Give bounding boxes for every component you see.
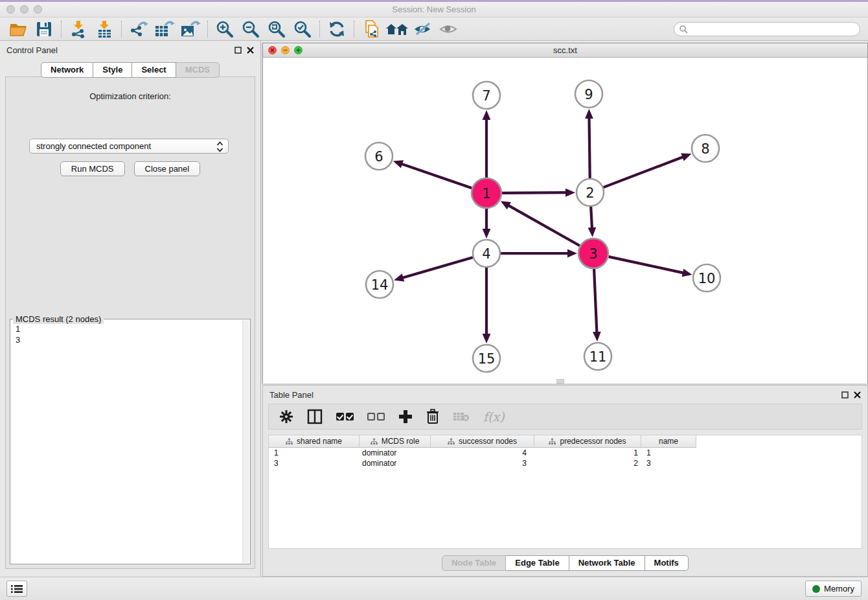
network-maximize-button[interactable]	[294, 46, 303, 54]
graph-node-label: 15	[478, 351, 496, 367]
close-panel-icon[interactable]	[854, 391, 861, 398]
graph-edge-2-9[interactable]	[589, 117, 589, 178]
hide-selected-button[interactable]	[410, 19, 436, 40]
table-row[interactable]: 3 dominator 3 2 3	[269, 458, 862, 468]
delete-table-button[interactable]	[453, 411, 470, 422]
network-window-titlebar[interactable]: scc.txt	[263, 43, 867, 58]
criterion-dropdown[interactable]: strongly connected component	[29, 139, 229, 154]
hierarchy-icon	[286, 438, 293, 445]
float-panel-icon[interactable]	[841, 391, 849, 398]
graph-edge-1-6[interactable]	[400, 163, 472, 188]
cell-predecessor-nodes: 1	[534, 448, 641, 457]
close-panel-button[interactable]: Close panel	[134, 161, 201, 176]
graph-edge-2-3[interactable]	[591, 207, 592, 229]
import-table-button[interactable]	[91, 19, 117, 40]
tab-motifs[interactable]: Motifs	[645, 555, 689, 571]
cell-mcds-role: dominator	[360, 448, 431, 457]
control-panel: Control Panel Network Style Select MCDS …	[0, 41, 261, 577]
column-header-name[interactable]: name	[641, 435, 696, 448]
graph-edge-3-10[interactable]	[608, 257, 684, 273]
graph-edge-3-1[interactable]	[507, 205, 580, 246]
show-all-button[interactable]	[436, 19, 462, 40]
delete-column-button[interactable]	[426, 409, 439, 424]
add-column-button[interactable]	[398, 410, 413, 424]
table-toolbar: f(x)	[268, 404, 862, 430]
network-graph[interactable]: 7968124314101511	[263, 58, 867, 384]
network-close-button[interactable]	[268, 46, 277, 54]
graph-arrowhead	[593, 332, 601, 341]
graph-edge-4-14[interactable]	[402, 257, 473, 278]
column-label: successor nodes	[459, 437, 517, 446]
memory-button[interactable]: Memory	[805, 581, 862, 597]
gear-icon	[279, 410, 293, 424]
search-input[interactable]	[674, 22, 860, 36]
column-header-shared-name[interactable]: shared name	[269, 435, 360, 448]
houses-icon	[385, 20, 409, 38]
table-settings-button[interactable]	[279, 410, 293, 424]
graph-edge-2-8[interactable]	[604, 156, 685, 187]
select-all-rows-button[interactable]	[336, 413, 354, 421]
zoom-fit-button[interactable]	[264, 19, 290, 40]
graph-node-label: 10	[698, 271, 716, 286]
column-header-successor-nodes[interactable]: successor nodes	[431, 435, 534, 448]
float-panel-icon[interactable]	[234, 47, 242, 54]
hierarchy-icon	[549, 438, 556, 445]
save-icon	[35, 20, 53, 38]
close-panel-icon[interactable]	[247, 47, 254, 54]
show-columns-button[interactable]	[307, 409, 323, 424]
table-panel-title: Table Panel	[269, 390, 314, 400]
graph-edge-3-11[interactable]	[594, 269, 597, 334]
unchecked-box-icon	[377, 413, 385, 421]
control-panel-title: Control Panel	[6, 45, 58, 55]
tab-mcds[interactable]: MCDS	[176, 62, 220, 78]
open-session-button[interactable]	[5, 19, 31, 40]
tab-style[interactable]: Style	[93, 62, 132, 78]
zoom-selected-button[interactable]	[290, 19, 315, 40]
deselect-all-rows-button[interactable]	[367, 413, 385, 421]
column-header-predecessor-nodes[interactable]: predecessor nodes	[534, 435, 641, 448]
import-network-button[interactable]	[65, 19, 91, 40]
show-panels-button[interactable]	[6, 581, 27, 597]
cell-successor-nodes: 4	[431, 448, 534, 457]
canvas-resize-grip[interactable]	[556, 379, 564, 384]
table-row[interactable]: 1 dominator 4 1 1	[269, 448, 862, 458]
column-label: name	[659, 437, 678, 446]
show-parent-networks-button[interactable]	[384, 19, 410, 40]
toolbar-separator	[354, 21, 354, 38]
zoom-out-button[interactable]	[238, 19, 264, 40]
zoom-in-button[interactable]	[212, 19, 238, 40]
tab-network[interactable]: Network	[41, 62, 93, 78]
export-network-button[interactable]	[126, 19, 152, 40]
result-scrollbar[interactable]	[242, 320, 249, 563]
network-minimize-button[interactable]	[281, 46, 290, 54]
window-title: Session: New Session	[0, 5, 868, 14]
column-header-mcds-role[interactable]: MCDS role	[360, 435, 431, 448]
graph-node-label: 14	[371, 277, 389, 293]
function-builder-button[interactable]: f(x)	[483, 410, 505, 424]
columns-icon	[307, 409, 323, 424]
export-table-button[interactable]	[152, 19, 177, 40]
graph-arrowhead	[588, 227, 596, 237]
export-image-button[interactable]	[177, 19, 203, 40]
tab-select[interactable]: Select	[132, 62, 176, 78]
run-mcds-button[interactable]: Run MCDS	[60, 161, 125, 176]
column-label: MCDS role	[382, 437, 420, 446]
zoom-fit-icon	[267, 19, 286, 39]
cell-shared-name: 3	[269, 459, 360, 468]
tab-network-table[interactable]: Network Table	[569, 555, 645, 571]
cell-shared-name: 1	[269, 448, 360, 457]
column-label: predecessor nodes	[560, 437, 626, 446]
graph-node-label: 6	[374, 149, 383, 165]
tab-edge-table[interactable]: Edge Table	[506, 555, 569, 571]
checked-box-icon	[336, 413, 344, 421]
checked-box-icon	[346, 413, 354, 421]
apply-layout-button[interactable]	[324, 19, 350, 40]
clone-network-button[interactable]	[358, 19, 384, 40]
status-bar: Memory	[0, 577, 868, 600]
graph-edge-1-2[interactable]	[502, 192, 567, 193]
tab-node-table[interactable]: Node Table	[442, 555, 506, 571]
unchecked-box-icon	[367, 413, 375, 421]
network-canvas[interactable]: 7968124314101511	[263, 58, 867, 384]
graph-node-label: 2	[586, 185, 594, 201]
save-session-button[interactable]	[31, 19, 57, 40]
